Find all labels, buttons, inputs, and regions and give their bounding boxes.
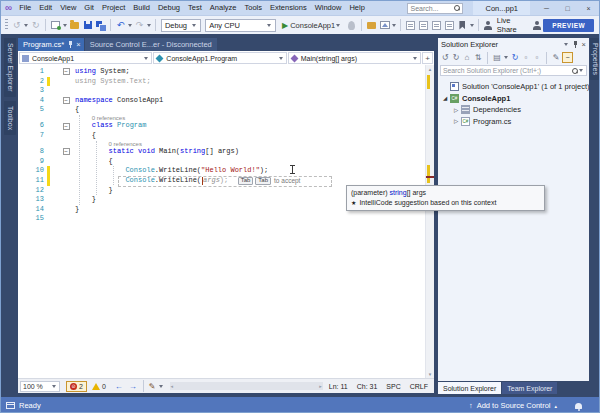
pending-changes-filter-icon[interactable]: ▤ bbox=[492, 52, 502, 64]
window-position-dropdown-icon[interactable] bbox=[564, 43, 568, 46]
code-line[interactable]: 5{ bbox=[18, 105, 425, 115]
expander-icon[interactable]: ◢ bbox=[441, 95, 449, 101]
new-project-dropdown-icon[interactable] bbox=[63, 24, 67, 27]
collapse-all-button[interactable]: − bbox=[562, 52, 573, 63]
hot-reload-button[interactable] bbox=[346, 18, 357, 32]
code-editor[interactable]: 1−using System;2using System.Text;34−nam… bbox=[18, 65, 434, 378]
editor-horizontal-scrollbar[interactable]: ◂ ▸ bbox=[170, 382, 323, 390]
search-options-icon[interactable] bbox=[579, 69, 583, 72]
close-panel-icon[interactable]: × bbox=[582, 40, 586, 49]
comment-button[interactable] bbox=[431, 18, 442, 32]
preview-button[interactable]: PREVIEW bbox=[543, 19, 594, 32]
home-icon[interactable]: ⌂ bbox=[462, 52, 472, 64]
menu-item[interactable]: Help bbox=[345, 1, 368, 15]
menu-item[interactable]: Debug bbox=[154, 1, 184, 15]
fold-collapse-button[interactable]: − bbox=[63, 68, 70, 75]
live-share-button[interactable] bbox=[483, 18, 494, 32]
code-line[interactable]: 3 bbox=[18, 86, 425, 96]
feedback-button[interactable] bbox=[531, 18, 542, 32]
error-count-badge[interactable]: ⊘ 2 bbox=[66, 381, 87, 392]
refresh-icon[interactable]: ↻ bbox=[510, 52, 520, 64]
nest-files-icon[interactable]: ▫ bbox=[521, 52, 531, 64]
redo-dropdown-icon[interactable] bbox=[147, 24, 151, 27]
tool-window-tab[interactable]: Toolbox bbox=[4, 101, 16, 135]
solution-search-input[interactable]: Search Solution Explorer (Ctrl+;) bbox=[440, 65, 587, 76]
menu-item[interactable]: File bbox=[15, 1, 35, 15]
forward-icon[interactable]: ↻ bbox=[451, 52, 461, 64]
line-indicator[interactable]: Ln: 11 bbox=[329, 383, 348, 390]
scroll-right-icon[interactable]: ▸ bbox=[319, 382, 322, 390]
code-line[interactable]: 4−namespace ConsoleApp1 bbox=[18, 96, 425, 106]
indent-button[interactable] bbox=[405, 18, 416, 32]
notifications-bell-icon[interactable] bbox=[575, 403, 582, 409]
column-indicator[interactable]: Ch: 31 bbox=[357, 383, 378, 390]
solution-platform-dropdown[interactable]: Any CPU bbox=[205, 19, 276, 32]
toolbar-grip[interactable] bbox=[5, 19, 8, 31]
open-file-button[interactable] bbox=[69, 18, 80, 32]
warning-count-badge[interactable]: 0 bbox=[92, 383, 106, 390]
close-button[interactable]: × bbox=[578, 1, 599, 15]
spaces-indicator[interactable]: SPC bbox=[386, 383, 400, 390]
outdent-button[interactable] bbox=[418, 18, 429, 32]
search-input[interactable]: Search... bbox=[407, 3, 463, 14]
document-tab[interactable]: Source Control E...er - Disconnected × bbox=[85, 38, 217, 51]
start-debugging-button[interactable]: ▶ ConsoleApp1 bbox=[280, 21, 343, 30]
undo-button[interactable]: ↶ bbox=[115, 18, 126, 32]
tool-window-tab[interactable]: Properties bbox=[590, 38, 600, 80]
menu-item[interactable]: Build bbox=[129, 1, 154, 15]
filter-dropdown-icon[interactable] bbox=[504, 56, 508, 59]
fold-collapse-button[interactable]: − bbox=[63, 123, 70, 130]
editor-vertical-scrollbar[interactable]: ▴ ▾ bbox=[425, 65, 434, 378]
save-all-button[interactable] bbox=[95, 18, 106, 32]
menu-item[interactable]: Test bbox=[184, 1, 206, 15]
menu-item[interactable]: Analyze bbox=[206, 1, 241, 15]
close-tab-icon[interactable]: × bbox=[76, 41, 80, 48]
code-line[interactable]: 1−using System; bbox=[18, 67, 425, 77]
switch-views-icon[interactable]: ⇅ bbox=[473, 52, 483, 64]
menu-item[interactable]: Extensions bbox=[266, 1, 311, 15]
menu-item[interactable]: View bbox=[56, 1, 80, 15]
split-window-button[interactable]: + bbox=[422, 52, 433, 64]
member-dropdown[interactable]: Main(string[] args) bbox=[288, 52, 421, 64]
minimize-button[interactable]: ─ bbox=[536, 1, 557, 15]
tree-item-solution-consoleapp1-1-of-1-project[interactable]: Solution 'ConsoleApp1' (1 of 1 project) bbox=[438, 81, 589, 93]
navigate-forward-icon[interactable]: → bbox=[129, 382, 137, 391]
code-line[interactable]: 15 bbox=[18, 214, 425, 224]
menu-item[interactable]: Tools bbox=[240, 1, 266, 15]
maximize-button[interactable]: □ bbox=[557, 1, 578, 15]
redo-button[interactable]: ↷ bbox=[134, 18, 145, 32]
live-share-label[interactable]: Live Share bbox=[497, 16, 527, 34]
code-cleanup-icon[interactable]: ✎ bbox=[149, 382, 156, 391]
scroll-left-icon[interactable]: ◂ bbox=[171, 382, 174, 390]
project-dropdown[interactable]: ConsoleApp1 bbox=[19, 52, 152, 64]
panel-tab[interactable]: Solution Explorer bbox=[438, 382, 501, 394]
expander-icon[interactable]: ▷ bbox=[452, 107, 460, 113]
scroll-up-icon[interactable]: ▴ bbox=[426, 65, 434, 73]
tree-item-consoleapp1[interactable]: ◢C#ConsoleApp1 bbox=[438, 93, 589, 105]
expander-icon[interactable]: ▷ bbox=[452, 118, 460, 124]
menu-item[interactable]: Edit bbox=[35, 1, 56, 15]
pin-icon[interactable] bbox=[573, 41, 578, 48]
add-item-button[interactable] bbox=[366, 18, 377, 32]
undo-dropdown-icon[interactable] bbox=[128, 24, 132, 27]
menu-item[interactable]: Git bbox=[80, 1, 98, 15]
panel-tab[interactable]: Team Explorer bbox=[502, 382, 557, 394]
menu-item[interactable]: Project bbox=[98, 1, 129, 15]
bookmark-dropdown-icon[interactable] bbox=[470, 24, 474, 27]
navigate-back-icon[interactable]: ↺ bbox=[11, 18, 22, 32]
scroll-down-icon[interactable]: ▾ bbox=[426, 370, 434, 378]
tree-item-dependencies[interactable]: ▷Dependencies bbox=[438, 104, 589, 116]
navigate-forward-icon[interactable]: ↻ bbox=[30, 18, 41, 32]
navigate-backward-icon[interactable]: ← bbox=[115, 382, 123, 391]
fold-collapse-button[interactable]: − bbox=[63, 97, 70, 104]
solution-explorer-titlebar[interactable]: Solution Explorer × bbox=[438, 38, 589, 51]
back-icon[interactable]: ↺ bbox=[440, 52, 450, 64]
zoom-dropdown[interactable]: 100 % bbox=[20, 381, 60, 392]
properties-wrench-icon[interactable]: ✎ bbox=[551, 52, 561, 64]
tree-item-program-cs[interactable]: ▷C#Program.cs bbox=[438, 116, 589, 128]
solution-configuration-dropdown[interactable]: Debug bbox=[161, 19, 201, 32]
fold-collapse-button[interactable]: − bbox=[63, 148, 70, 155]
uncomment-button[interactable] bbox=[444, 18, 455, 32]
bookmark-button[interactable] bbox=[457, 18, 468, 32]
document-tab[interactable]: Program.cs* × bbox=[18, 38, 84, 51]
